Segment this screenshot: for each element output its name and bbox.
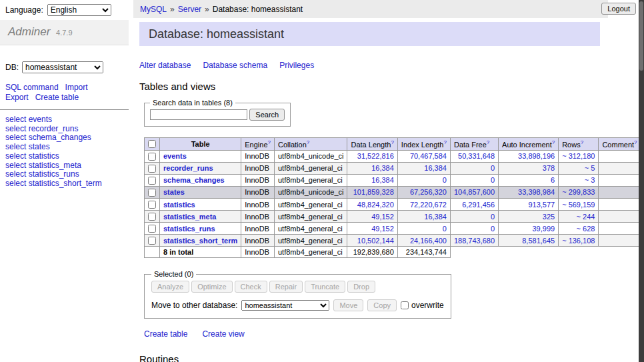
table-link-states[interactable]: states [163,188,185,196]
cell-data-length-link[interactable]: 16,384 [371,164,394,172]
cell-data-length-link[interactable]: 48,824,320 [357,201,394,209]
table-link-schema-changes[interactable]: schema_changes [163,176,225,184]
sidebar-link-select-schema-changes[interactable]: select schema_changes [5,133,129,142]
row-checkbox-statistics-short-term[interactable] [148,237,156,245]
cell-data-free-link[interactable]: 0 [491,225,495,233]
cell-index-length-link[interactable]: 0 [443,176,447,184]
nav-link-privileges[interactable]: Privileges [279,61,314,70]
cell-auto-increment-link[interactable]: 33,898,196 [518,152,555,160]
repair-button[interactable]: Repair [269,281,303,293]
logout-button[interactable]: Logout [601,3,636,15]
cell-index-length-link[interactable]: 72,220,672 [410,201,447,209]
cell-data-free-link[interactable]: 6,291,456 [462,201,495,209]
help-link[interactable]: ? [391,139,393,145]
cell-index-length-link[interactable]: 0 [443,225,447,233]
sidebar-link-create-table[interactable]: Create table [35,93,79,102]
sidebar-link-select-states[interactable]: select states [5,143,129,151]
cell-rows-link[interactable]: ~ 299,833 [562,188,595,196]
cell-data-length-link[interactable]: 49,152 [371,225,394,233]
scrollbar-thumb[interactable] [639,1,643,71]
row-checkbox-schema-changes[interactable] [148,177,156,185]
move-db-select[interactable]: homeassistant [241,300,329,311]
cell-data-free-link[interactable]: 0 [491,213,495,221]
cell-index-length-link[interactable]: 70,467,584 [410,152,447,160]
cell-index-length-link[interactable]: 24,166,400 [410,237,447,245]
table-link-recorder-runs[interactable]: recorder_runs [163,164,213,172]
table-link-statistics-meta[interactable]: statistics_meta [163,213,217,221]
cell-rows-link[interactable]: ~ 628 [577,225,595,233]
language-select[interactable]: English [47,4,111,16]
cell-rows-link[interactable]: ~ 569,159 [562,201,595,209]
cell-data-free-link[interactable]: 104,857,600 [454,188,495,196]
cell-data-length-link[interactable]: 10,502,144 [357,237,394,245]
row-checkbox-events[interactable] [148,153,156,161]
cell-data-length-link[interactable]: 49,152 [371,213,394,221]
app-name-link[interactable]: Adminer [8,25,50,38]
help-link[interactable]: ? [581,139,583,145]
move-button[interactable]: Move [333,299,363,311]
cell-auto-increment-link[interactable]: 378 [543,164,555,172]
help-link[interactable]: ? [634,139,637,145]
cell-auto-increment-link[interactable]: 913,577 [528,201,555,209]
row-checkbox-recorder-runs[interactable] [148,165,156,173]
sidebar-link-import[interactable]: Import [65,83,88,92]
table-link-statistics[interactable]: statistics [163,201,195,209]
cell-index-length-link[interactable]: 16,384 [424,213,447,221]
cell-data-free-link[interactable]: 50,331,648 [458,152,495,160]
cell-auto-increment-link[interactable]: 325 [543,213,555,221]
sidebar-link-select-statistics-short-term[interactable]: select statistics_short_term [5,179,129,188]
cell-auto-increment-link[interactable]: 39,999 [533,225,555,233]
table-link-statistics-runs[interactable]: statistics_runs [163,225,215,233]
help-link[interactable]: ? [552,139,555,145]
help-link[interactable]: ? [268,139,271,145]
cell-data-free-link[interactable]: 188,743,680 [454,237,495,245]
scrollbar[interactable] [639,0,644,362]
check-button[interactable]: Check [235,281,267,293]
link-create-table[interactable]: Create table [144,329,187,339]
sidebar-link-select-events[interactable]: select events [5,115,129,124]
search-input[interactable] [150,109,247,120]
select-all-checkbox[interactable] [148,140,156,148]
cell-rows-link[interactable]: ~ 5 [585,164,595,172]
cell-auto-increment-link[interactable]: 33,398,984 [518,188,555,196]
help-link[interactable]: ? [487,139,489,145]
help-link[interactable]: ? [307,139,309,145]
db-select[interactable]: homeassistant [22,61,103,73]
cell-rows-link[interactable]: ~ 244 [577,213,595,221]
row-checkbox-states[interactable] [148,189,156,197]
row-checkbox-statistics-runs[interactable] [148,225,156,233]
cell-data-length-link[interactable]: 101,859,328 [353,188,394,196]
cell-index-length-link[interactable]: 16,384 [424,164,447,172]
cell-data-free-link[interactable]: 0 [491,164,495,172]
breadcrumb-link-server[interactable]: Server [178,5,201,14]
cell-rows-link[interactable]: ~ 3 [585,176,595,184]
drop-button[interactable]: Drop [347,281,375,293]
cell-data-free-link[interactable]: 0 [491,176,495,184]
sidebar-link-select-statistics-meta[interactable]: select statistics_meta [5,161,129,170]
sidebar-link-select-statistics-runs[interactable]: select statistics_runs [5,170,129,179]
analyze-button[interactable]: Analyze [151,281,189,293]
truncate-button[interactable]: Truncate [305,281,345,293]
cell-auto-increment-link[interactable]: 8,581,645 [522,237,555,245]
cell-data-length-link[interactable]: 31,522,816 [357,152,394,160]
cell-index-length-link[interactable]: 67,256,320 [410,188,447,196]
cell-data-length-link[interactable]: 16,384 [371,176,394,184]
search-button[interactable]: Search [249,109,285,121]
link-create-view[interactable]: Create view [202,329,244,339]
breadcrumb-link-mysql[interactable]: MySQL [140,5,167,14]
sidebar-link-sql-command[interactable]: SQL command [5,83,59,92]
sidebar-link-select-recorder-runs[interactable]: select recorder_runs [5,125,129,133]
optimize-button[interactable]: Optimize [191,281,232,293]
row-checkbox-statistics[interactable] [148,201,156,209]
help-link[interactable]: ? [443,139,446,145]
sidebar-link-select-statistics[interactable]: select statistics [5,152,129,161]
sidebar-link-export[interactable]: Export [5,93,29,102]
nav-link-database-schema[interactable]: Database schema [203,61,267,70]
cell-rows-link[interactable]: ~ 136,108 [562,237,595,245]
nav-link-alter-database[interactable]: Alter database [139,61,191,70]
copy-button[interactable]: Copy [367,299,397,311]
cell-rows-link[interactable]: ~ 312,180 [562,152,595,160]
table-link-statistics-short-term[interactable]: statistics_short_term [163,237,237,245]
table-link-events[interactable]: events [163,152,187,160]
cell-auto-increment-link[interactable]: 6 [551,176,555,184]
